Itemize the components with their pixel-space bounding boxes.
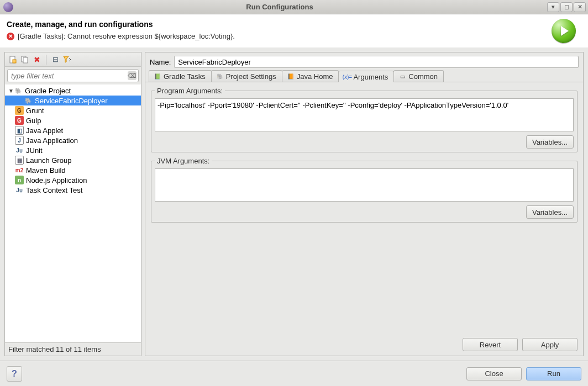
jvm-arguments-group: JVM Arguments: Variables... <box>151 157 578 223</box>
tab-label: Gradle Tasks <box>164 72 206 81</box>
tree-item-task-context-test[interactable]: Jᴜ Task Context Test <box>5 185 141 195</box>
java-home-icon: 📙 <box>287 73 295 81</box>
tab-project-settings[interactable]: 🐘Project Settings <box>211 70 282 82</box>
svg-rect-3 <box>23 57 28 63</box>
duplicate-config-icon[interactable] <box>20 55 29 64</box>
tab-label: Project Settings <box>226 72 276 81</box>
minimize-button[interactable]: ▾ <box>547 2 559 12</box>
error-icon: ✕ <box>7 33 14 40</box>
tree-item-label: ServiceFabricDeployer <box>35 97 108 105</box>
maximize-button[interactable]: ◻ <box>560 2 573 12</box>
tab-java-home[interactable]: 📙Java Home <box>282 70 339 82</box>
dialog-footer: ? Close Run <box>0 361 588 386</box>
task-context-icon: Jᴜ <box>15 186 24 194</box>
java-app-icon: J <box>15 136 24 145</box>
app-icon <box>3 2 13 12</box>
close-button[interactable]: Close <box>466 367 522 380</box>
common-icon: ▭ <box>398 73 406 81</box>
name-row: Name: <box>145 52 583 70</box>
title-bar: Run Configurations ▾ ◻ ✕ <box>0 0 588 14</box>
tree-item-maven-build[interactable]: m2 Maven Build <box>5 165 141 175</box>
grunt-icon: G <box>15 106 24 115</box>
maven-icon: m2 <box>15 166 24 175</box>
jvm-args-input[interactable] <box>155 168 574 202</box>
junit-icon: Jᴜ <box>15 146 24 155</box>
tree-item-label: Java Applet <box>26 126 63 135</box>
name-label: Name: <box>150 58 171 66</box>
tree-item-label: Java Application <box>26 136 78 145</box>
tab-gradle-tasks[interactable]: 📗Gradle Tasks <box>149 70 212 82</box>
clear-filter-icon[interactable]: ⌫ <box>128 71 136 80</box>
run-button[interactable]: Run <box>526 367 581 380</box>
tree-item-java-application[interactable]: J Java Application <box>5 135 141 145</box>
tree-item-label: Grunt <box>26 107 44 115</box>
jvm-args-legend: JVM Arguments: <box>155 157 212 165</box>
gulp-icon: G <box>15 116 24 125</box>
arguments-icon: (x)= <box>343 73 351 81</box>
program-args-variables-button[interactable]: Variables... <box>526 135 574 149</box>
tree-item-launch-group[interactable]: ▦ Launch Group <box>5 155 141 165</box>
header-heading: Create, manage, and run configurations <box>7 20 552 29</box>
program-args-input[interactable] <box>155 98 574 131</box>
tree-item-nodejs[interactable]: n Node.js Application <box>5 175 141 185</box>
program-args-legend: Program Arguments: <box>155 87 225 95</box>
new-config-icon[interactable] <box>8 55 17 64</box>
filter-box: ⌫ <box>7 69 139 82</box>
tree-item-junit[interactable]: Jᴜ JUnit <box>5 145 141 155</box>
gradle-icon: 🐘 <box>14 86 23 95</box>
tree-item-label: Task Context Test <box>26 186 82 194</box>
name-input[interactable] <box>174 56 579 68</box>
jvm-args-variables-button[interactable]: Variables... <box>526 205 574 219</box>
delete-config-icon[interactable]: ✖ <box>33 55 41 64</box>
expand-arrow-icon[interactable]: ▼ <box>8 88 14 94</box>
config-tree[interactable]: ▼ 🐘 Gradle Project 🐘 ServiceFabricDeploy… <box>5 84 141 342</box>
window-buttons: ▾ ◻ ✕ <box>546 2 586 12</box>
error-text: [Gradle Tasks]: Cannot resolve expressio… <box>18 32 235 40</box>
collapse-all-icon[interactable]: ⊟ <box>51 55 60 64</box>
tree-item-gulp[interactable]: G Gulp <box>5 115 141 125</box>
gradle-tasks-icon: 📗 <box>154 73 161 81</box>
tree-item-label: Gradle Project <box>25 87 71 95</box>
tree-item-servicefabricdeployer[interactable]: 🐘 ServiceFabricDeployer <box>5 96 141 105</box>
tree-item-label: JUnit <box>26 146 43 155</box>
gradle-icon: 🐘 <box>216 73 224 81</box>
tab-label: Java Home <box>297 72 333 81</box>
java-applet-icon: ◧ <box>15 126 24 135</box>
tree-item-label: Node.js Application <box>26 176 87 184</box>
tab-arguments[interactable]: (x)=Arguments <box>338 71 394 82</box>
gradle-icon: 🐘 <box>24 96 33 105</box>
tab-body-arguments: Program Arguments: Variables... JVM Argu… <box>145 82 583 334</box>
tab-label: Common <box>408 72 438 81</box>
main-area: ✖ ⊟ ⌫ ▼ 🐘 Gradle Project 🐘 ServiceFabric… <box>0 47 588 361</box>
tree-item-gradle-project[interactable]: ▼ 🐘 Gradle Project <box>5 86 141 96</box>
window-title: Run Configurations <box>13 3 546 11</box>
toolbar-separator <box>46 55 46 65</box>
config-tree-panel: ✖ ⊟ ⌫ ▼ 🐘 Gradle Project 🐘 ServiceFabric… <box>4 52 141 356</box>
apply-button[interactable]: Apply <box>522 338 578 351</box>
tree-item-grunt[interactable]: G Grunt <box>5 105 141 115</box>
filter-menu-icon[interactable] <box>63 55 72 64</box>
revert-apply-row: Revert Apply <box>145 334 583 356</box>
tab-bar: 📗Gradle Tasks 🐘Project Settings 📙Java Ho… <box>145 70 583 82</box>
dialog-header: Create, manage, and run configurations ✕… <box>0 14 588 47</box>
tree-item-label: Maven Build <box>26 166 66 175</box>
tree-item-label: Launch Group <box>26 156 71 165</box>
program-arguments-group: Program Arguments: Variables... <box>151 87 578 152</box>
run-orb-icon <box>552 19 576 43</box>
tree-status: Filter matched 11 of 11 items <box>5 342 141 356</box>
close-window-button[interactable]: ✕ <box>574 2 586 12</box>
tree-item-label: Gulp <box>26 117 41 125</box>
error-row: ✕ [Gradle Tasks]: Cannot resolve express… <box>7 32 552 40</box>
help-button[interactable]: ? <box>7 366 22 382</box>
tab-common[interactable]: ▭Common <box>393 70 444 82</box>
filter-input[interactable] <box>7 69 139 82</box>
tree-toolbar: ✖ ⊟ <box>5 52 141 67</box>
svg-rect-1 <box>13 60 16 63</box>
config-editor-panel: Name: 📗Gradle Tasks 🐘Project Settings 📙J… <box>145 52 584 356</box>
nodejs-icon: n <box>15 176 24 184</box>
launch-group-icon: ▦ <box>15 156 24 165</box>
tree-item-java-applet[interactable]: ◧ Java Applet <box>5 125 141 135</box>
tab-label: Arguments <box>353 73 388 81</box>
revert-button[interactable]: Revert <box>463 338 518 351</box>
